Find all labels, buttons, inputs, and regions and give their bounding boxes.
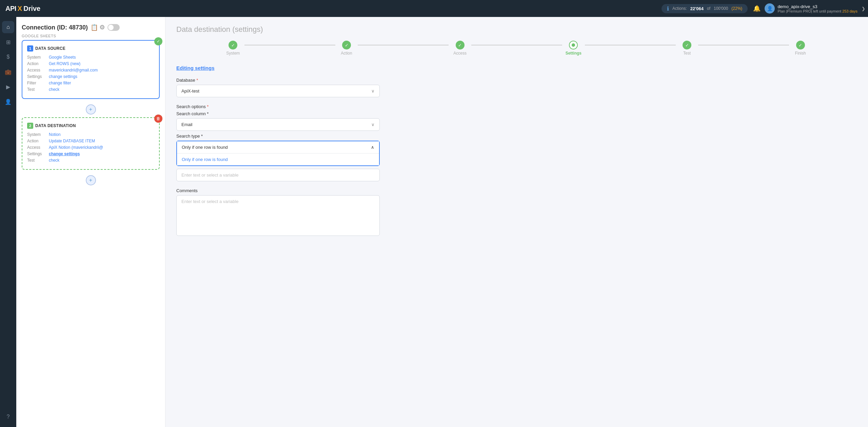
step-system-circle: ✓ [229, 41, 237, 49]
copy-icon[interactable]: 📋 [91, 24, 98, 31]
actions-pct: (22%) [731, 6, 742, 11]
sidebar: ⌂ ⊞ $ 💼 ▶ 👤 ? [0, 17, 16, 427]
logo-api-text: API [5, 5, 16, 13]
sidebar-item-diagram[interactable]: ⊞ [2, 36, 14, 48]
block2-access-value[interactable]: ApiX Notion (maverickandrii@ [49, 145, 103, 150]
block1-action-label: Action [27, 61, 49, 66]
step-system: ✓ System [176, 41, 290, 56]
info-icon: ℹ [667, 5, 669, 12]
data-destination-block: ✓ 🗑 2 DATA DESTINATION System Notion Act… [22, 117, 160, 170]
block1-num: 1 [27, 45, 33, 52]
search-type-dropdown-header[interactable]: Only if one row is found ∧ [177, 141, 379, 154]
sidebar-item-help[interactable]: ? [2, 411, 14, 423]
step-access-label: Access [453, 51, 467, 56]
block2-system-value[interactable]: Notion [49, 132, 61, 137]
database-chevron-icon: ∨ [371, 88, 375, 94]
user-profile[interactable]: 👤 demo_apix-drive_s3 Plan |Premium PRO| … [765, 3, 857, 14]
block1-settings-value[interactable]: change settings [49, 74, 77, 79]
step-access: ✓ Access [403, 41, 517, 56]
database-select[interactable]: ApiX-test ∨ [176, 85, 380, 97]
sidebar-item-video[interactable]: ▶ [2, 81, 14, 93]
block1-settings-row: Settings change settings [27, 74, 154, 79]
connection-icons: 📋 ⚙ [91, 24, 105, 31]
search-column-value: Email [181, 122, 193, 127]
block1-system-value[interactable]: Google Sheets [49, 55, 76, 60]
sidebar-item-home[interactable]: ⌂ [2, 21, 14, 33]
database-required: * [196, 78, 198, 83]
block2-delete-button[interactable]: 🗑 [154, 115, 162, 123]
search-type-dropdown[interactable]: Only if one row is found ∧ Only if one r… [176, 141, 380, 166]
sidebar-item-user[interactable]: 👤 [2, 96, 14, 108]
block2-action-value[interactable]: Update DATABASE ITEM [49, 139, 95, 143]
block1-action-row: Action Get ROWS (new) [27, 61, 154, 66]
block1-access-value[interactable]: maverickandrii@gmail.com [49, 68, 98, 73]
block1-action-value[interactable]: Get ROWS (new) [49, 61, 80, 66]
logo-drive-text: Drive [23, 5, 40, 13]
actions-total: 100'000 [714, 6, 728, 11]
google-sheets-label: GOOGLE SHEETS [22, 34, 160, 38]
search-column-label: Search column * [176, 111, 857, 116]
connection-toggle[interactable] [107, 24, 120, 31]
step-finish-circle: ✓ [796, 41, 805, 49]
block1-filter-value[interactable]: change filter [49, 81, 71, 85]
block1-filter-row: Filter change filter [27, 81, 154, 85]
step-finish: ✓ Finish [744, 41, 857, 56]
block1-test-label: Test [27, 87, 49, 92]
sidebar-item-briefcase[interactable]: 💼 [2, 66, 14, 78]
search-type-chevron-icon: ∧ [371, 145, 374, 150]
block2-access-label: Access [27, 145, 49, 150]
block2-test-value[interactable]: check [49, 158, 59, 163]
search-value-input[interactable]: Enter text or select a variable [176, 169, 380, 181]
sidebar-item-dollar[interactable]: $ [2, 51, 14, 63]
user-name: demo_apix-drive_s3 [777, 4, 857, 9]
step-test-circle: ✓ [683, 41, 691, 49]
search-type-options: Only if one row is found [177, 154, 379, 165]
user-plan: Plan |Premium PRO| left until payment 25… [777, 9, 857, 13]
database-field-group: Database * ApiX-test ∨ [176, 78, 857, 97]
step-settings-circle [569, 41, 578, 49]
step-finish-label: Finish [795, 51, 806, 56]
block2-test-label: Test [27, 158, 49, 163]
search-type-value: Only if one row is found [182, 145, 228, 150]
gear-icon[interactable]: ⚙ [99, 24, 105, 31]
block2-title: DATA DESTINATION [35, 123, 76, 128]
add-block-button-top[interactable]: + [86, 104, 96, 115]
add-block-button-bottom[interactable]: + [86, 175, 96, 185]
search-column-chevron-icon: ∨ [371, 122, 375, 127]
block2-access-row: Access ApiX Notion (maverickandrii@ [27, 145, 154, 150]
comments-input[interactable]: Enter text or select a variable [176, 195, 380, 236]
block2-system-label: System [27, 132, 49, 137]
page-subtitle: (settings) [232, 25, 263, 34]
block1-test-value[interactable]: check [49, 87, 59, 92]
step-action-label: Action [341, 51, 352, 56]
block1-filter-label: Filter [27, 81, 49, 85]
block2-settings-row: Settings change settings [27, 151, 154, 156]
block1-title: DATA SOURCE [35, 46, 65, 51]
header: API X Drive ℹ Actions: 22'064 of 100'000… [0, 0, 868, 17]
search-type-label: Search type * [176, 134, 857, 139]
step-action-circle: ✓ [342, 41, 351, 49]
block1-check-icon: ✓ [154, 37, 162, 45]
block1-system-row: System Google Sheets [27, 55, 154, 60]
comments-field-group: Comments Enter text or select a variable [176, 188, 857, 236]
block1-access-row: Access maverickandrii@gmail.com [27, 68, 154, 73]
actions-count: 22'064 [690, 6, 704, 11]
bell-icon[interactable]: 🔔 [753, 5, 761, 12]
step-settings: Settings [517, 41, 630, 56]
main-wrapper: Connection (ID: 48730) 📋 ⚙ GOOGLE SHEETS… [16, 17, 868, 427]
block2-action-row: Action Update DATABASE ITEM [27, 139, 154, 143]
header-chevron-icon[interactable]: ❯ [862, 6, 865, 11]
search-column-select[interactable]: Email ∨ [176, 118, 380, 131]
block1-test-row: Test check [27, 87, 154, 92]
step-access-circle: ✓ [456, 41, 465, 49]
user-days: 253 days [842, 9, 857, 13]
actions-of: of [707, 6, 710, 11]
actions-label: Actions: [672, 6, 687, 11]
block2-settings-value[interactable]: change settings [49, 151, 80, 156]
search-type-option-1[interactable]: Only if one row is found [177, 154, 379, 165]
search-options-label: Search options * [176, 104, 857, 109]
block2-header: 2 DATA DESTINATION [27, 123, 154, 129]
left-panel: Connection (ID: 48730) 📋 ⚙ GOOGLE SHEETS… [16, 17, 165, 427]
search-options-required: * [207, 104, 209, 109]
block2-test-row: Test check [27, 158, 154, 163]
